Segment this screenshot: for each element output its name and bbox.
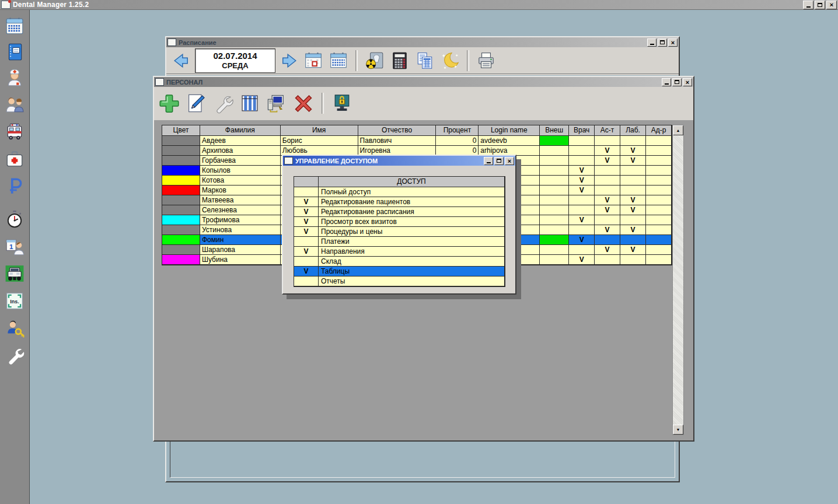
cell-surname[interactable]: Фомин bbox=[200, 235, 281, 245]
access-key-icon[interactable] bbox=[5, 318, 25, 338]
cell-color[interactable] bbox=[162, 245, 200, 255]
cell-assistant-check[interactable]: V bbox=[595, 146, 620, 156]
edit-icon[interactable] bbox=[186, 93, 207, 114]
minimize-icon[interactable] bbox=[484, 157, 493, 165]
cell-doctor-check[interactable] bbox=[569, 225, 595, 235]
cell-external[interactable] bbox=[540, 195, 569, 205]
cell-assistant-check[interactable]: V bbox=[595, 225, 620, 235]
close-icon[interactable]: × bbox=[826, 1, 837, 9]
access-dialog-titlebar[interactable]: УПРАВЛЕНИЕ ДОСТУПОМ × bbox=[283, 156, 515, 166]
calculator-icon[interactable] bbox=[390, 51, 410, 71]
schedule-titlebar[interactable]: Расписание × bbox=[166, 37, 679, 47]
cell-assistant-check[interactable]: V bbox=[595, 195, 620, 205]
access-item-row[interactable]: VПроцедуры и цены bbox=[294, 227, 505, 237]
scroll-up-icon[interactable]: ▲ bbox=[673, 125, 683, 135]
access-item-row[interactable]: VТаблицы bbox=[294, 267, 505, 276]
cell-assistant-check[interactable] bbox=[595, 186, 620, 195]
cell-surname[interactable]: Трофимова bbox=[200, 215, 281, 225]
cell-color[interactable] bbox=[162, 156, 200, 166]
access-item-label[interactable]: Таблицы bbox=[319, 267, 505, 276]
cell-assistant-check[interactable]: V bbox=[595, 245, 620, 255]
cell-lab-check[interactable]: V bbox=[620, 225, 646, 235]
cell-color[interactable] bbox=[162, 136, 200, 146]
calendar-month-icon[interactable] bbox=[329, 51, 348, 71]
minimize-icon[interactable] bbox=[662, 78, 671, 86]
cell-lab-check[interactable] bbox=[620, 176, 646, 186]
cell-external[interactable] bbox=[540, 205, 569, 215]
access-item-row[interactable]: VРедактирование расписания bbox=[294, 207, 505, 217]
cell-doctor-check[interactable]: V bbox=[569, 166, 595, 176]
doctor-icon[interactable] bbox=[5, 68, 25, 88]
insurance-icon[interactable]: Ins. bbox=[5, 291, 25, 311]
cell-external[interactable] bbox=[540, 136, 569, 146]
access-item-label[interactable]: Редактирование пациентов bbox=[319, 197, 505, 207]
cell-external[interactable] bbox=[540, 146, 569, 156]
report-sheets-icon[interactable] bbox=[415, 51, 435, 71]
cell-assistant-check[interactable] bbox=[595, 255, 620, 265]
cell-lab-check[interactable] bbox=[620, 215, 646, 225]
cell-assistant-check[interactable] bbox=[595, 136, 620, 146]
access-item-label[interactable]: Платежи bbox=[319, 237, 505, 247]
minimize-icon[interactable] bbox=[647, 38, 657, 47]
access-item-checkbox[interactable] bbox=[294, 257, 319, 267]
cell-lab-check[interactable]: V bbox=[620, 245, 646, 255]
cell-address[interactable] bbox=[646, 166, 672, 176]
personnel-row[interactable]: АвдеевБорисПавлович0avdeevb bbox=[162, 136, 672, 146]
cell-surname[interactable]: Копылов bbox=[200, 166, 281, 176]
cell-address[interactable] bbox=[646, 235, 672, 245]
truck-icon[interactable] bbox=[5, 264, 25, 284]
restore-icon[interactable] bbox=[815, 1, 825, 9]
cell-address[interactable] bbox=[646, 156, 672, 166]
cell-external[interactable] bbox=[540, 215, 569, 225]
cell-external[interactable] bbox=[540, 235, 569, 245]
cell-address[interactable] bbox=[646, 136, 672, 146]
close-icon[interactable]: × bbox=[505, 157, 514, 165]
cell-percent[interactable]: 0 bbox=[436, 136, 479, 146]
access-item-checkbox[interactable] bbox=[294, 237, 319, 247]
cell-address[interactable] bbox=[646, 205, 672, 215]
cell-surname[interactable]: Авдеев bbox=[200, 136, 281, 146]
cell-doctor-check[interactable] bbox=[569, 136, 595, 146]
cell-address[interactable] bbox=[646, 215, 672, 225]
timer-icon[interactable] bbox=[5, 209, 25, 229]
access-item-checkbox[interactable]: V bbox=[294, 267, 319, 276]
cell-color[interactable] bbox=[162, 235, 200, 245]
cell-external[interactable] bbox=[540, 245, 569, 255]
cell-lab-check[interactable] bbox=[620, 136, 646, 146]
close-icon[interactable]: × bbox=[683, 78, 692, 86]
app-titlebar[interactable]: Dental Manager 1.25.2 × bbox=[0, 0, 838, 10]
cell-doctor-check[interactable] bbox=[569, 245, 595, 255]
day-person-icon[interactable]: 1 bbox=[5, 237, 25, 257]
ambulance-icon[interactable] bbox=[5, 122, 25, 142]
access-item-label[interactable]: Полный доступ bbox=[319, 187, 505, 197]
cell-address[interactable] bbox=[646, 186, 672, 195]
cell-color[interactable] bbox=[162, 186, 200, 195]
cell-doctor-check[interactable]: V bbox=[569, 186, 595, 195]
cell-patronymic[interactable]: Павлович bbox=[358, 136, 437, 146]
cell-address[interactable] bbox=[646, 176, 672, 186]
add-icon[interactable] bbox=[159, 93, 180, 114]
vertical-scrollbar[interactable]: ▲ ▼ bbox=[672, 125, 684, 435]
cell-color[interactable] bbox=[162, 225, 200, 235]
cell-doctor-check[interactable]: V bbox=[569, 176, 595, 186]
card-file-icon[interactable] bbox=[5, 42, 25, 62]
cell-lab-check[interactable]: V bbox=[620, 195, 646, 205]
cell-login[interactable]: avdeevb bbox=[479, 136, 540, 146]
access-item-label[interactable]: Просмотр всех визитов bbox=[319, 217, 505, 227]
cell-address[interactable] bbox=[646, 146, 672, 156]
config-icon[interactable] bbox=[212, 93, 233, 114]
cell-doctor-check[interactable]: V bbox=[569, 235, 595, 245]
cell-external[interactable] bbox=[540, 176, 569, 186]
access-item-row[interactable]: Полный доступ bbox=[294, 187, 505, 197]
maximize-icon[interactable] bbox=[494, 157, 504, 165]
cell-lab-check[interactable] bbox=[620, 166, 646, 176]
cell-assistant-check[interactable]: V bbox=[595, 156, 620, 166]
access-item-label[interactable]: Направления bbox=[319, 247, 505, 257]
close-icon[interactable]: × bbox=[668, 38, 678, 47]
wrench-white-icon[interactable] bbox=[5, 345, 25, 365]
access-item-checkbox[interactable] bbox=[294, 187, 319, 197]
arrow-right-icon[interactable] bbox=[281, 52, 298, 69]
patients-icon[interactable] bbox=[5, 94, 25, 114]
access-item-checkbox[interactable]: V bbox=[294, 207, 319, 217]
cell-color[interactable] bbox=[162, 146, 200, 156]
